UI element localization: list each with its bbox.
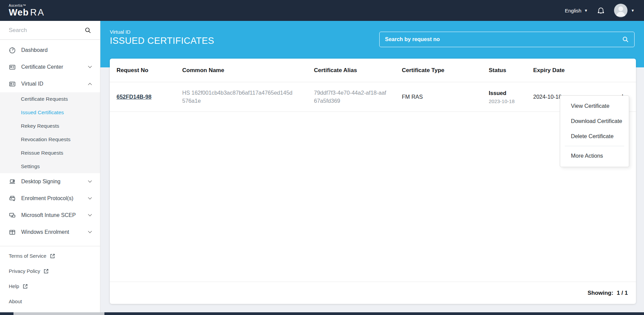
horizontal-scrollbar[interactable]	[0, 312, 644, 315]
table-header: Request No Common Name Certificate Alias…	[110, 59, 636, 82]
external-link-icon	[43, 269, 49, 274]
scrollbar-thumb[interactable]	[13, 312, 104, 315]
sidebar-item-label: Microsoft Intune SCEP	[21, 212, 76, 218]
sidebar-item-dashboard[interactable]: Dashboard	[0, 42, 100, 59]
column-header-certificate-alias: Certificate Alias	[314, 67, 402, 74]
chevron-down-icon: ▼	[631, 8, 635, 12]
request-search-box	[379, 32, 635, 47]
chevron-down-icon	[88, 229, 92, 233]
chevron-down-icon	[88, 213, 92, 216]
terms-of-service-link[interactable]: Terms of Service	[0, 248, 100, 263]
common-name-cell: HS 162f001cb4b3ac87b6af117a4765ed145d576…	[182, 89, 293, 104]
column-header-expiry-date: Expiry Date	[533, 67, 614, 74]
search-icon	[85, 27, 91, 34]
notifications-bell-icon[interactable]	[597, 6, 605, 15]
table-footer: Showing: 1 / 1	[110, 282, 636, 304]
page-title: ISSUED CERTIFICATES	[110, 36, 214, 46]
user-menu[interactable]: ▼	[614, 4, 635, 17]
sidebar-item-label: Enrolment Protocol(s)	[21, 195, 73, 201]
request-search-input[interactable]	[385, 36, 622, 42]
column-header-status: Status	[489, 67, 533, 74]
top-navbar: Ascertia™ WebRA English ▼ ▼	[0, 0, 644, 21]
sidebar-search	[0, 21, 100, 40]
enrolment-protocol-icon	[9, 195, 16, 202]
desktop-signing-icon	[9, 178, 16, 185]
sidebar-item-revocation-requests[interactable]: Revocation Requests	[0, 133, 100, 146]
chevron-up-icon	[88, 83, 92, 87]
sidebar-item-label: Virtual ID	[21, 81, 43, 87]
column-header-common-name: Common Name	[182, 67, 314, 74]
showing-label: Showing:	[587, 290, 613, 296]
sidebar-search-input[interactable]	[9, 27, 85, 34]
sidebar-item-virtual-id[interactable]: Virtual ID	[0, 75, 100, 92]
sidebar-item-label: Certificate Center	[21, 64, 63, 70]
certificate-alias-cell: 79ddf7f3-4e70-44a2-af18-aaf67a5fd369	[314, 89, 388, 104]
product-name: WebRA	[9, 7, 45, 18]
certificate-center-icon	[9, 64, 16, 71]
virtual-id-submenu: Certificate Requests Issued Certificates…	[0, 92, 100, 173]
avatar	[614, 4, 627, 17]
delete-certificate-menu-item[interactable]: Delete Certificate	[560, 129, 629, 144]
language-label: English	[565, 8, 581, 13]
chevron-down-icon	[88, 196, 92, 199]
privacy-policy-link[interactable]: Privacy Policy	[0, 263, 100, 279]
language-selector[interactable]: English ▼	[565, 8, 588, 13]
help-link[interactable]: Help	[0, 279, 100, 294]
windows-enrolment-icon	[9, 229, 16, 236]
external-link-icon	[50, 253, 55, 259]
status-date: 2023-10-18	[489, 98, 533, 104]
column-header-request-no: Request No	[117, 67, 182, 74]
intune-scep-icon	[9, 212, 16, 219]
sidebar-item-label: Dashboard	[21, 47, 47, 53]
sidebar-item-settings[interactable]: Settings	[0, 160, 100, 173]
more-actions-menu-item[interactable]: More Actions	[560, 148, 629, 163]
webra-logo: Ascertia™ WebRA	[9, 4, 45, 17]
sidebar-item-issued-certificates[interactable]: Issued Certificates	[0, 106, 100, 119]
sidebar-item-desktop-signing[interactable]: Desktop Signing	[0, 173, 100, 190]
dashboard-icon	[9, 47, 16, 54]
sidebar-item-microsoft-intune-scep[interactable]: Microsoft Intune SCEP	[0, 207, 100, 224]
sidebar: Dashboard Certificate Center Virtual ID	[0, 21, 100, 315]
sidebar-divider	[0, 246, 100, 246]
sidebar-item-label: Desktop Signing	[21, 179, 61, 185]
external-link-icon	[23, 284, 28, 289]
sidebar-item-windows-enrolment[interactable]: Windows Enrolment	[0, 224, 100, 241]
breadcrumb: Virtual ID	[110, 29, 130, 35]
row-actions-menu: View Certificate Download Certificate De…	[560, 95, 629, 167]
sidebar-item-reissue-requests[interactable]: Reissue Requests	[0, 146, 100, 160]
download-certificate-menu-item[interactable]: Download Certificate	[560, 114, 629, 129]
certificate-type-cell: FM RAS	[402, 94, 489, 100]
status-badge: Issued	[489, 90, 533, 96]
main-content: Virtual ID ISSUED CERTIFICATES Request N…	[100, 21, 644, 315]
chevron-down-icon: ▼	[584, 8, 588, 12]
column-header-certificate-type: Certificate Type	[402, 67, 489, 74]
chevron-down-icon	[88, 64, 92, 68]
sidebar-item-certificate-center[interactable]: Certificate Center	[0, 59, 100, 75]
chevron-down-icon	[88, 179, 92, 183]
virtual-id-icon	[9, 81, 16, 88]
sidebar-item-rekey-requests[interactable]: Rekey Requests	[0, 119, 100, 133]
search-icon	[622, 36, 629, 43]
sidebar-item-label: Windows Enrolment	[21, 229, 69, 235]
ascertia-brand-text: Ascertia™	[9, 4, 45, 7]
menu-divider	[565, 146, 624, 146]
showing-value: 1 / 1	[617, 290, 628, 296]
about-link[interactable]: About	[0, 294, 100, 309]
table-row: 652FD14B-98 HS 162f001cb4b3ac87b6af117a4…	[110, 82, 636, 112]
view-certificate-menu-item[interactable]: View Certificate	[560, 98, 629, 114]
request-no-link[interactable]: 652FD14B-98	[117, 94, 152, 100]
status-cell: Issued 2023-10-18	[489, 90, 533, 104]
issued-certificates-card: Request No Common Name Certificate Alias…	[110, 59, 636, 304]
sidebar-item-certificate-requests[interactable]: Certificate Requests	[0, 92, 100, 106]
sidebar-item-enrolment-protocols[interactable]: Enrolment Protocol(s)	[0, 190, 100, 207]
